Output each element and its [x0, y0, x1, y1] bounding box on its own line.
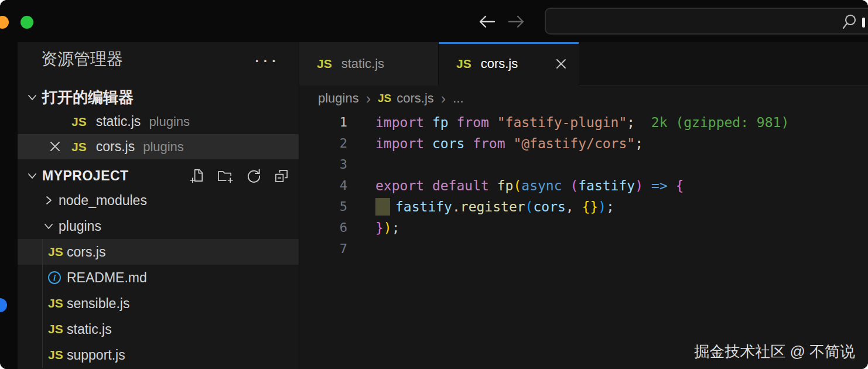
- breadcrumb-item-plugins[interactable]: plugins: [318, 91, 359, 106]
- open-editor-item-static-js[interactable]: JSstatic.jsplugins: [18, 109, 299, 134]
- open-editors-section-header[interactable]: 打开的编辑器: [18, 86, 299, 109]
- code-token: from: [464, 136, 513, 151]
- editor-group: JSstatic.jsJScors.js plugins › JS cors.j…: [299, 42, 868, 369]
- code-line: 4export default fp(async (fastify) => {: [299, 175, 868, 196]
- tabbar-empty-space: [579, 42, 868, 86]
- chevron-down-icon: [40, 220, 57, 233]
- project-section-header[interactable]: MYPROJECT: [18, 164, 299, 187]
- chevron-down-icon: [23, 169, 41, 182]
- js-file-icon: JS: [48, 348, 63, 362]
- chevron-right-icon: [40, 194, 57, 207]
- code-token: async: [521, 178, 570, 193]
- code-line: 5fastify.register(cors, {});: [299, 196, 868, 217]
- code-token: cors: [432, 136, 464, 151]
- code-token: "@fastify/cors": [513, 136, 635, 151]
- js-file-icon: JS: [48, 296, 63, 310]
- collapse-folders-button[interactable]: [274, 168, 289, 184]
- js-file-icon: JS: [71, 140, 87, 154]
- refresh-explorer-button[interactable]: [245, 168, 261, 184]
- new-file-button[interactable]: [189, 168, 205, 184]
- code-line: 6});: [299, 217, 868, 238]
- file-name: sensible.js: [67, 296, 129, 312]
- command-search-box[interactable]: [545, 8, 868, 35]
- explorer-header: 资源管理器 ···: [18, 42, 299, 76]
- code-token: ): [598, 199, 606, 214]
- code-token: register: [460, 199, 525, 214]
- code-token: ,: [566, 199, 582, 214]
- code-token: (: [513, 178, 521, 193]
- tree-item-sensible-js[interactable]: JSsensible.js: [18, 291, 299, 316]
- code-token: fp: [432, 115, 449, 130]
- tree-item-node-modules[interactable]: node_modules: [18, 187, 299, 213]
- traffic-light-zoom[interactable]: [20, 16, 33, 29]
- tree-item-plugins[interactable]: plugins: [18, 213, 299, 239]
- explorer-title: 资源管理器: [41, 48, 123, 70]
- js-file-icon: JS: [48, 348, 66, 362]
- code-token: }: [375, 220, 384, 235]
- tree-item-static-js[interactable]: JSstatic.js: [18, 316, 299, 342]
- project-actions: [189, 168, 289, 184]
- tab-static-js[interactable]: JSstatic.js: [299, 42, 439, 86]
- js-file-icon: JS: [48, 245, 66, 259]
- line-number: 6: [299, 217, 347, 238]
- info-icon: i: [48, 271, 61, 284]
- line-number: 7: [299, 238, 347, 259]
- code-line: 1import fp from "fastify-plugin"; 2k (gz…: [299, 112, 868, 133]
- code-token: {}: [582, 199, 599, 214]
- notification-dot: [0, 298, 7, 312]
- code-token: ): [384, 220, 392, 235]
- line-number: 2: [299, 133, 347, 154]
- code-token: "fastify-plugin": [497, 115, 627, 130]
- tab-label: static.js: [341, 56, 384, 71]
- more-actions-button[interactable]: ···: [254, 53, 279, 65]
- file-path-badge: plugins: [149, 114, 190, 129]
- back-button[interactable]: [476, 11, 497, 32]
- breadcrumb-item-symbol[interactable]: ...: [453, 91, 463, 106]
- vscode-window: 资源管理器 ··· 打开的编辑器 JSstatic.jspluginsJScor…: [0, 0, 868, 369]
- tree-item-readme-md[interactable]: iREADME.md: [18, 265, 299, 291]
- close-icon[interactable]: [48, 139, 63, 155]
- chevron-right-icon: ›: [441, 93, 446, 104]
- file-name: cors.js: [96, 139, 135, 155]
- search-caret: [862, 18, 865, 28]
- tab-cors-js[interactable]: JScors.js: [439, 42, 579, 86]
- project-name: MYPROJECT: [42, 168, 129, 184]
- traffic-light-minimize[interactable]: [0, 16, 9, 29]
- code-line-content: export default fp(async (fastify) => {: [375, 175, 684, 196]
- code-token: ;: [606, 199, 614, 214]
- open-editors-label: 打开的编辑器: [42, 87, 134, 108]
- code-editor[interactable]: 1import fp from "fastify-plugin"; 2k (gz…: [299, 111, 868, 369]
- js-file-icon: JS: [456, 57, 471, 71]
- code-token: .: [452, 199, 460, 214]
- tab-bar: JSstatic.jsJScors.js: [299, 42, 868, 86]
- code-token: ;: [392, 220, 400, 235]
- file-name: static.js: [67, 322, 112, 337]
- js-file-icon: JS: [48, 245, 63, 259]
- code-token: 2k (gzipped: 981): [635, 115, 789, 130]
- code-token: =>: [643, 178, 675, 193]
- code-line: 7: [299, 238, 868, 259]
- search-icon: [841, 13, 859, 30]
- code-token: fastify: [395, 199, 452, 214]
- js-file-icon: JS: [71, 115, 87, 129]
- tree-item-cors-js[interactable]: JScors.js: [18, 239, 299, 265]
- file-name: node_modules: [59, 193, 147, 209]
- breadcrumb: plugins › JS cors.js › ...: [299, 86, 868, 111]
- info-icon: i: [48, 271, 66, 284]
- file-name: static.js: [96, 114, 141, 129]
- breadcrumb-item-cors-js[interactable]: cors.js: [397, 91, 434, 106]
- chevron-down-icon: [23, 91, 41, 104]
- file-name: support.js: [67, 347, 125, 363]
- code-token: fp: [497, 178, 514, 193]
- tab-close-button[interactable]: [554, 57, 568, 71]
- code-token: export default: [375, 178, 497, 193]
- chevron-right-icon: ›: [366, 93, 371, 104]
- forward-button[interactable]: [506, 11, 527, 32]
- js-file-icon: JS: [48, 296, 66, 310]
- open-editor-item-cors-js[interactable]: JScors.jsplugins: [18, 134, 299, 159]
- line-number: 5: [299, 196, 347, 217]
- tree-item-support-js[interactable]: JSsupport.js: [18, 342, 299, 368]
- new-folder-button[interactable]: [217, 168, 233, 184]
- file-tree: node_modulespluginsJScors.jsiREADME.mdJS…: [18, 187, 299, 368]
- code-line-content: });: [375, 217, 400, 238]
